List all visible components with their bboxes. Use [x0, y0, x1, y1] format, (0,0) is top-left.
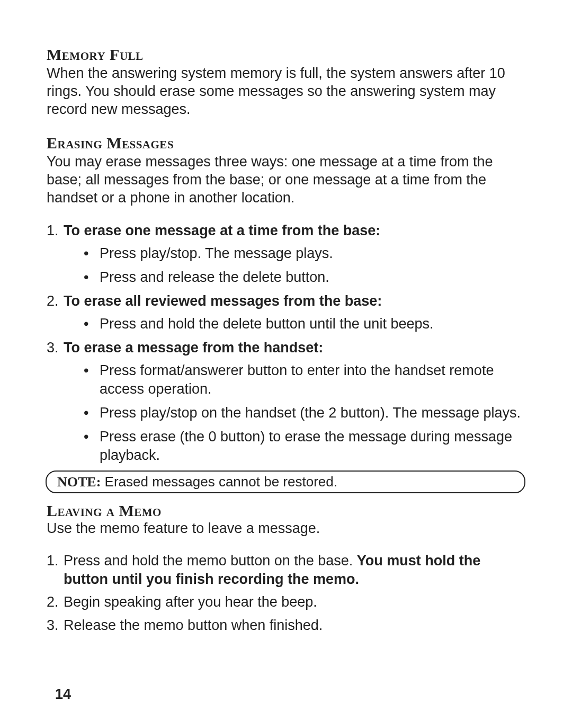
page-number: 14: [55, 686, 71, 703]
memo-lead: Release the memo button when finished.: [64, 617, 323, 633]
body-leaving-memo: Use the memo feature to leave a message.: [47, 520, 524, 538]
list-item: To erase a message from the handset: Pre…: [47, 339, 524, 465]
sub-list: Press play/stop. The message plays. Pres…: [64, 244, 524, 287]
sub-list: Press and hold the delete button until t…: [64, 315, 524, 333]
list-item: To erase all reviewed messages from the …: [47, 292, 524, 333]
note-text: Erased messages cannot be restored.: [101, 474, 337, 490]
section-memory-full: Memory Full When the answering system me…: [47, 46, 524, 118]
list-item: Begin speaking after you hear the beep.: [47, 593, 524, 611]
heading-memory-full: Memory Full: [47, 46, 524, 64]
heading-leaving-memo: Leaving a Memo: [47, 502, 524, 520]
list-item-title: To erase all reviewed messages from the …: [64, 293, 382, 309]
list-item: To erase one message at a time from the …: [47, 221, 524, 287]
section-erasing-messages: Erasing Messages You may erase messages …: [47, 134, 524, 493]
note-label: NOTE:: [57, 474, 101, 490]
bullet-item: Press play/stop on the handset (the 2 bu…: [84, 404, 524, 422]
erasing-list: To erase one message at a time from the …: [47, 221, 524, 465]
bullet-item: Press and release the delete button.: [84, 268, 524, 287]
memo-lead: Press and hold the memo button on the ba…: [64, 553, 357, 569]
bullet-item: Press play/stop. The message plays.: [84, 244, 524, 263]
section-leaving-memo: Leaving a Memo Use the memo feature to l…: [47, 502, 524, 635]
body-memory-full: When the answering system memory is full…: [47, 65, 524, 118]
note-box: NOTE: Erased messages cannot be restored…: [46, 470, 525, 493]
memo-lead: Begin speaking after you hear the beep.: [64, 594, 317, 610]
body-erasing-messages: You may erase messages three ways: one m…: [47, 153, 524, 207]
list-item-title: To erase a message from the handset:: [64, 340, 323, 356]
memo-list: Press and hold the memo button on the ba…: [47, 552, 524, 634]
bullet-item: Press format/answerer button to enter in…: [84, 361, 524, 398]
page: Memory Full When the answering system me…: [0, 0, 572, 728]
sub-list: Press format/answerer button to enter in…: [64, 361, 524, 465]
bullet-item: Press and hold the delete button until t…: [84, 315, 524, 333]
list-item: Press and hold the memo button on the ba…: [47, 552, 524, 589]
list-item: Release the memo button when finished.: [47, 616, 524, 635]
bullet-item: Press erase (the 0 button) to erase the …: [84, 428, 524, 465]
list-item-title: To erase one message at a time from the …: [64, 223, 380, 238]
heading-erasing-messages: Erasing Messages: [47, 134, 524, 152]
